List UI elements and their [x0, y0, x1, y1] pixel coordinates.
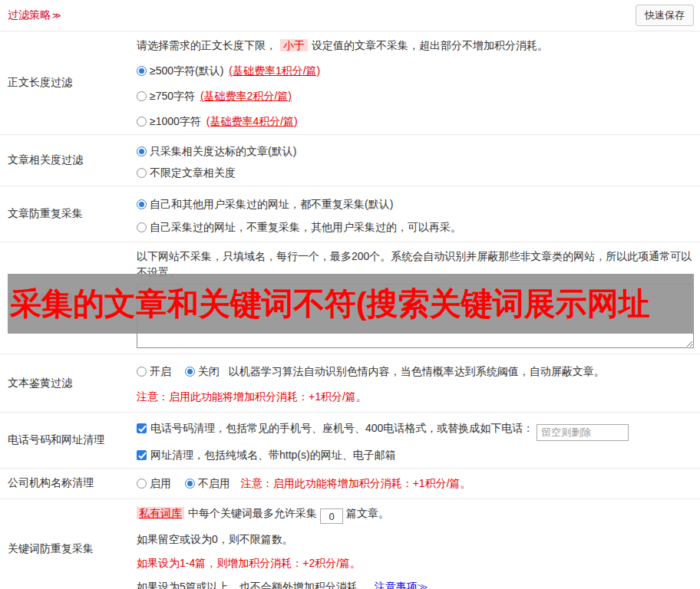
row-relevance-filter: 文章相关度过滤 只采集相关度达标的文章(默认) 不限定文章相关度: [0, 135, 700, 186]
dedup-option-self-only-label[interactable]: 自己采集过的网址，不重复采集，其他用户采集过的，可以再采。: [150, 221, 461, 233]
checkbox-url-clean[interactable]: [137, 450, 147, 460]
relevance-option-strict[interactable]: 只采集相关度达标的文章(默认): [137, 143, 694, 160]
private-lexicon-link[interactable]: 私有词库: [137, 507, 184, 519]
porn-on-label[interactable]: 开启: [150, 365, 171, 377]
overlay-banner: 采集的文章和关键词不符(搜索关键词展示网址: [8, 274, 694, 334]
phone-clean-label[interactable]: 电话号码清理，包括常见的手机号、座机号、400电话格式，或替换成如下电话：: [150, 422, 533, 434]
length-option-500-label[interactable]: ≥500字符(默认): [150, 64, 226, 77]
length-option-500-fee: (基础费率1积分/篇): [229, 64, 320, 77]
row-label-relevance-filter: 文章相关度过滤: [0, 135, 137, 186]
porn-filter-note: 注意：启用此功能将增加积分消耗：+1积分/篇。: [137, 389, 694, 405]
radio-company-disable[interactable]: [185, 479, 195, 489]
company-enable-label[interactable]: 启用: [150, 477, 171, 489]
dedup-option-self-only[interactable]: 自己采集过的网址，不重复采集，其他用户采集过的，可以再采。: [137, 219, 694, 235]
keyword-dedup-content: 私有词库中每个关键词最多允许采集篇文章。 如果留空或设为0，则不限篇数。 如果设…: [137, 499, 700, 589]
radio-750-chars[interactable]: [137, 91, 147, 101]
keyword-dedup-line2: 如果留空或设为0，则不限篇数。: [137, 531, 694, 548]
company-clean-content: 启用 不启用 注意：启用此功能将增加积分消耗：+1积分/篇。: [137, 469, 700, 499]
radio-relevance-strict[interactable]: [137, 146, 147, 156]
row-keyword-dedup: 关键词防重复采集 私有词库中每个关键词最多允许采集篇文章。 如果留空或设为0，则…: [0, 499, 700, 589]
row-porn-filter: 文本鉴黄过滤 开启 关闭 以机器学习算法自动识别色情内容，当色情概率达到系统阈值…: [0, 354, 700, 413]
relevance-option-any-label[interactable]: 不限定文章相关度: [150, 166, 236, 179]
radio-porn-off[interactable]: [185, 367, 195, 377]
intro-highlight: 小于: [280, 39, 308, 51]
row-label-length-filter: 正文长度过滤: [0, 31, 137, 134]
keyword-dedup-line1: 私有词库中每个关键词最多允许采集篇文章。: [137, 505, 694, 525]
length-option-1000-fee: (基础费率4积分/篇): [206, 115, 298, 127]
keyword-max-count-input[interactable]: [320, 508, 343, 524]
length-option-750-label[interactable]: ≥750字符: [150, 90, 198, 102]
row-label-keyword-dedup: 关键词防重复采集: [0, 499, 137, 589]
relevance-filter-content: 只采集相关度达标的文章(默认) 不限定文章相关度: [137, 135, 700, 186]
length-option-750-fee: (基础费率2积分/篇): [200, 90, 292, 102]
porn-filter-desc: 以机器学习算法自动识别色情内容，当色情概率达到系统阈值，自动屏蔽文章。: [229, 365, 605, 377]
length-option-1000-label[interactable]: ≥1000字符: [150, 115, 204, 127]
row-label-company-clean: 公司机构名称清理: [0, 469, 137, 499]
topbar: 过滤策略≫ 快速保存: [0, 0, 700, 31]
keyword-dedup-line3: 如果设为1-4篇，则增加积分消耗：+2积分/篇。: [137, 555, 694, 571]
porn-off-label[interactable]: 关闭: [198, 365, 220, 377]
url-clean-line: 网址清理，包括纯域名、带http(s)的网址、电子邮箱: [137, 447, 694, 463]
filter-strategy-page: 过滤策略≫ 快速保存 正文长度过滤 请选择需求的正文长度下限，小于设定值的文章不…: [0, 0, 700, 589]
length-option-500[interactable]: ≥500字符(默认) (基础费率1积分/篇): [137, 63, 694, 79]
porn-filter-options: 开启 关闭 以机器学习算法自动识别色情内容，当色情概率达到系统阈值，自动屏蔽文章…: [137, 364, 694, 380]
intro-pre: 请选择需求的正文长度下限，: [137, 39, 276, 51]
dedup-option-all-users[interactable]: 自己和其他用户采集过的网址，都不重复采集(默认): [137, 196, 694, 212]
radio-relevance-any[interactable]: [137, 168, 147, 178]
phone-clean-line: 电话号码清理，包括常见的手机号、座机号、400电话格式，或替换成如下电话：: [137, 420, 694, 441]
relevance-option-strict-label[interactable]: 只采集相关度达标的文章(默认): [150, 145, 296, 157]
dedup-option-all-users-label[interactable]: 自己和其他用户采集过的网址，都不重复采集(默认): [150, 198, 393, 210]
keyword-dedup-line1-post: 篇文章。: [346, 507, 389, 519]
row-phone-url-clean: 电话号码和网址清理 电话号码清理，包括常见的手机号、座机号、400电话格式，或替…: [0, 413, 700, 469]
company-clean-note: 注意：启用此功能将增加积分消耗：+1积分/篇。: [241, 477, 471, 489]
notes-link[interactable]: 注意事项≫: [375, 581, 428, 589]
length-option-1000[interactable]: ≥1000字符 (基础费率4积分/篇): [137, 114, 694, 130]
phone-replacement-input[interactable]: [537, 424, 629, 441]
row-dedup-filter: 文章防重复采集 自己和其他用户采集过的网址，都不重复采集(默认) 自己采集过的网…: [0, 186, 700, 242]
radio-1000-chars[interactable]: [137, 117, 147, 127]
keyword-dedup-line1-mid: 中每个关键词最多允许采集: [188, 507, 317, 519]
company-disable-label[interactable]: 不启用: [198, 477, 230, 489]
intro-post: 设定值的文章不采集，超出部分不增加积分消耗。: [312, 39, 548, 51]
radio-dedup-all-users[interactable]: [137, 199, 147, 209]
checkbox-phone-clean[interactable]: [137, 423, 147, 433]
radio-dedup-self-only[interactable]: [137, 222, 147, 232]
keyword-dedup-line4-text: 如果设为5篇或以上，也不会额外增加积分消耗。: [137, 581, 368, 589]
url-clean-label[interactable]: 网址清理，包括纯域名、带http(s)的网址、电子邮箱: [150, 449, 396, 461]
page-title: 过滤策略≫: [8, 8, 61, 22]
phone-url-clean-content: 电话号码清理，包括常见的手机号、座机号、400电话格式，或替换成如下电话： 网址…: [137, 413, 700, 468]
radio-porn-on[interactable]: [137, 367, 147, 377]
keyword-dedup-line4: 如果设为5篇或以上，也不会额外增加积分消耗。注意事项≫: [137, 579, 694, 589]
row-label-porn-filter: 文本鉴黄过滤: [0, 354, 137, 412]
row-company-clean: 公司机构名称清理 启用 不启用 注意：启用此功能将增加积分消耗：+1积分/篇。: [0, 469, 700, 499]
page-title-text: 过滤策略: [8, 8, 51, 21]
quick-save-button[interactable]: 快速保存: [636, 5, 694, 26]
length-option-750[interactable]: ≥750字符 (基础费率2积分/篇): [137, 88, 694, 104]
row-label-dedup-filter: 文章防重复采集: [0, 186, 137, 242]
row-length-filter: 正文长度过滤 请选择需求的正文长度下限，小于设定值的文章不采集，超出部分不增加积…: [0, 31, 700, 135]
row-label-phone-url-clean: 电话号码和网址清理: [0, 413, 137, 468]
radio-company-enable[interactable]: [137, 479, 147, 489]
chevron-double-icon[interactable]: ≫: [52, 11, 61, 20]
overlay-banner-text: 采集的文章和关键词不符(搜索关键词展示网址: [8, 283, 650, 325]
length-filter-content: 请选择需求的正文长度下限，小于设定值的文章不采集，超出部分不增加积分消耗。 ≥5…: [137, 31, 700, 134]
relevance-option-any[interactable]: 不限定文章相关度: [137, 165, 694, 181]
porn-filter-content: 开启 关闭 以机器学习算法自动识别色情内容，当色情概率达到系统阈值，自动屏蔽文章…: [137, 354, 700, 412]
radio-500-chars[interactable]: [137, 66, 147, 76]
dedup-filter-content: 自己和其他用户采集过的网址，都不重复采集(默认) 自己采集过的网址，不重复采集，…: [137, 186, 700, 242]
length-filter-intro: 请选择需求的正文长度下限，小于设定值的文章不采集，超出部分不增加积分消耗。: [137, 38, 694, 54]
